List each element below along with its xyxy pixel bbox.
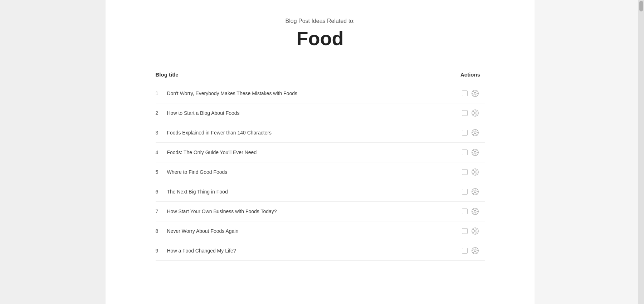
- row-checkbox[interactable]: [462, 130, 468, 136]
- gear-icon[interactable]: [471, 188, 479, 196]
- gear-icon[interactable]: [471, 247, 479, 255]
- row-checkbox[interactable]: [462, 189, 468, 195]
- svg-line-56: [473, 190, 473, 190]
- gear-icon[interactable]: [471, 129, 479, 137]
- table-header: Blog title Actions: [156, 67, 485, 82]
- svg-line-26: [473, 131, 473, 131]
- left-sidebar: [0, 0, 106, 304]
- row-actions: [456, 168, 485, 176]
- svg-point-81: [474, 250, 476, 252]
- scrollbar-thumb[interactable]: [639, 1, 643, 11]
- blog-ideas-table: Blog title Actions 1 Don't Worry, Everyb…: [156, 67, 485, 261]
- page-title: Food: [127, 27, 513, 49]
- svg-line-88: [473, 252, 473, 253]
- gear-icon[interactable]: [471, 109, 479, 117]
- table-row: 6 The Next Big Thing in Food: [156, 182, 485, 202]
- row-actions: [456, 148, 485, 156]
- svg-line-19: [477, 111, 477, 112]
- svg-point-51: [474, 191, 476, 193]
- svg-line-67: [477, 213, 477, 214]
- svg-line-77: [477, 232, 477, 233]
- svg-line-69: [477, 209, 477, 210]
- row-number: 5: [156, 169, 166, 175]
- row-checkbox[interactable]: [462, 90, 468, 96]
- svg-line-17: [477, 114, 477, 115]
- row-checkbox[interactable]: [462, 149, 468, 155]
- svg-line-59: [477, 190, 477, 190]
- row-title: How a Food Changed My Life?: [166, 248, 456, 254]
- row-number: 7: [156, 209, 166, 214]
- row-title: Foods Explained in Fewer than 140 Charac…: [166, 130, 456, 136]
- row-title: How to Start a Blog About Foods: [166, 110, 456, 116]
- svg-line-58: [473, 193, 473, 194]
- svg-line-27: [477, 134, 477, 135]
- row-number: 4: [156, 149, 166, 155]
- row-title: How Start Your Own Business with Foods T…: [166, 209, 456, 214]
- svg-point-11: [474, 112, 476, 114]
- row-checkbox[interactable]: [462, 209, 468, 214]
- table-row: 9 How a Food Changed My Life?: [156, 241, 485, 261]
- svg-line-8: [473, 95, 473, 95]
- table-row: 4 Foods: The Only Guide You'll Ever Need: [156, 143, 485, 162]
- row-number: 8: [156, 228, 166, 234]
- svg-line-68: [473, 213, 473, 214]
- row-title: Don't Worry, Everybody Makes These Mista…: [166, 90, 456, 96]
- row-actions: [456, 109, 485, 117]
- gear-icon[interactable]: [471, 148, 479, 156]
- svg-line-36: [473, 150, 473, 151]
- svg-line-57: [477, 193, 477, 194]
- row-actions: [456, 207, 485, 215]
- col-actions-header: Actions: [456, 72, 485, 78]
- svg-line-38: [473, 154, 473, 155]
- table-rows: 1 Don't Worry, Everybody Makes These Mis…: [156, 84, 485, 261]
- table-row: 1 Don't Worry, Everybody Makes These Mis…: [156, 84, 485, 103]
- svg-line-46: [473, 170, 473, 171]
- svg-line-78: [473, 232, 473, 233]
- row-checkbox[interactable]: [462, 248, 468, 254]
- page-subtitle: Blog Post Ideas Related to:: [127, 18, 513, 24]
- svg-line-66: [473, 209, 473, 210]
- row-title: Foods: The Only Guide You'll Ever Need: [166, 149, 456, 155]
- row-number: 3: [156, 130, 166, 136]
- row-checkbox[interactable]: [462, 110, 468, 116]
- svg-line-7: [477, 95, 477, 95]
- svg-point-31: [474, 151, 476, 153]
- svg-line-9: [477, 91, 477, 92]
- svg-point-61: [474, 210, 476, 212]
- row-checkbox[interactable]: [462, 169, 468, 175]
- svg-point-1: [474, 92, 476, 94]
- svg-line-6: [473, 91, 473, 92]
- right-sidebar: [535, 0, 638, 304]
- svg-line-89: [477, 249, 477, 249]
- svg-line-16: [473, 111, 473, 112]
- svg-line-18: [473, 114, 473, 115]
- gear-icon[interactable]: [471, 168, 479, 176]
- gear-icon[interactable]: [471, 227, 479, 235]
- gear-icon[interactable]: [471, 207, 479, 215]
- col-blog-title-header: Blog title: [156, 72, 179, 78]
- svg-line-76: [473, 229, 473, 230]
- table-row: 3 Foods Explained in Fewer than 140 Char…: [156, 123, 485, 143]
- svg-line-39: [477, 150, 477, 151]
- row-actions: [456, 227, 485, 235]
- svg-line-48: [473, 173, 473, 174]
- row-title: Never Worry About Foods Again: [166, 228, 456, 234]
- row-number: 9: [156, 248, 166, 254]
- svg-line-87: [477, 252, 477, 253]
- table-row: 2 How to Start a Blog About Foods: [156, 103, 485, 123]
- svg-line-86: [473, 249, 473, 249]
- svg-line-49: [477, 170, 477, 171]
- svg-point-21: [474, 132, 476, 134]
- row-actions: [456, 129, 485, 137]
- svg-line-47: [477, 173, 477, 174]
- svg-line-29: [477, 131, 477, 131]
- table-row: 5 Where to Find Good Foods: [156, 162, 485, 182]
- row-actions: [456, 247, 485, 255]
- svg-line-79: [477, 229, 477, 230]
- gear-icon[interactable]: [471, 89, 479, 97]
- svg-line-28: [473, 134, 473, 135]
- scrollbar[interactable]: [638, 0, 644, 304]
- row-number: 1: [156, 90, 166, 96]
- row-checkbox[interactable]: [462, 228, 468, 234]
- main-content: Blog Post Ideas Related to: Food Blog ti…: [106, 0, 535, 304]
